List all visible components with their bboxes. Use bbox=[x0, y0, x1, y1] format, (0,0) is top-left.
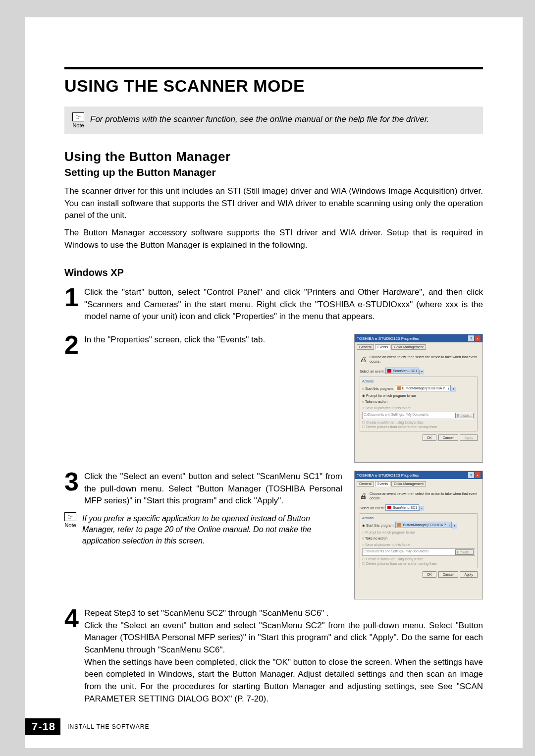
step-number: 3 bbox=[64, 471, 81, 507]
note-box-top: ☞ Note For problems with the scanner fun… bbox=[64, 107, 483, 134]
radio-start-program: ◉ Start this program: ButtonManager(TOSH… bbox=[362, 522, 475, 529]
select-event-dropdown: ScanMenu SC1 bbox=[385, 368, 419, 374]
cancel-button: Cancel bbox=[438, 571, 458, 578]
tab-color-management: Color Management bbox=[391, 344, 426, 350]
dialog-body: 🖨 Choose an event below, then select the… bbox=[357, 488, 481, 581]
ok-button: OK bbox=[423, 571, 436, 578]
properties-dialog-figure-2: TOSHIBA e-STUDIO120 Properties ?× Genera… bbox=[354, 471, 483, 599]
dropdown-glyph-icon bbox=[387, 506, 391, 509]
tab-general: General bbox=[357, 344, 374, 350]
close-icon: × bbox=[475, 335, 481, 341]
actions-group: Actions ◉ Start this program: ButtonMana… bbox=[360, 513, 478, 568]
step-4-text-c: When the settings have been completed, c… bbox=[84, 657, 483, 703]
dialog-tabs: General Events Color Management bbox=[357, 344, 481, 350]
dialog-buttons: OK Cancel Apply bbox=[360, 434, 478, 441]
tab-general: General bbox=[357, 481, 374, 486]
step-number: 4 bbox=[64, 607, 81, 705]
close-icon: × bbox=[475, 472, 481, 478]
note-label: Note bbox=[72, 122, 84, 128]
program-dropdown: ButtonManager(TOSHIBA P...) bbox=[395, 522, 451, 528]
heading-setting-up: Setting up the Button Manager bbox=[64, 166, 483, 178]
dropdown-glyph-icon bbox=[397, 523, 401, 527]
scanner-icon: 🖨 bbox=[360, 355, 367, 364]
dialog-description: Choose an event below, then select the a… bbox=[370, 355, 478, 364]
apply-button: Apply bbox=[460, 571, 478, 578]
hand-point-icon: ☞ bbox=[64, 512, 76, 521]
window-controls: ?× bbox=[468, 472, 481, 478]
step-2-row: 2 In the "Properties" screen, click the … bbox=[64, 334, 483, 463]
step-4: 4 Repeat Step3 to set "ScanMenu SC2" thr… bbox=[64, 607, 483, 705]
window-controls: ?× bbox=[468, 335, 481, 341]
step-4-text-a: Repeat Step3 to set "ScanMenu SC2" throu… bbox=[84, 608, 329, 618]
page-footer: 7-18 INSTALL THE SOFTWARE bbox=[25, 718, 149, 735]
footer-section: INSTALL THE SOFTWARE bbox=[67, 723, 149, 730]
intro-paragraph-1: The scanner driver for this unit include… bbox=[64, 185, 483, 222]
help-icon: ? bbox=[468, 472, 474, 478]
actions-group: Actions ○ Start this program: ButtonMana… bbox=[360, 377, 478, 432]
dropdown-glyph-icon bbox=[387, 369, 391, 373]
note-box-inline: ☞ Note If you prefer a specific applicat… bbox=[64, 512, 342, 546]
step-1-text: Click the "start" button, select "Contro… bbox=[84, 286, 483, 323]
actions-label: Actions bbox=[362, 516, 475, 520]
cancel-button: Cancel bbox=[438, 434, 458, 441]
heading-using-button-manager: Using the Button Manager bbox=[64, 149, 483, 164]
chevron-down-icon: ▾ bbox=[419, 506, 424, 511]
checkbox-delete-after: ☐ Delete pictures from camera after savi… bbox=[362, 561, 475, 566]
title-rule bbox=[64, 67, 483, 69]
chevron-down-icon: ▾ bbox=[419, 370, 424, 375]
checkbox-subfolder: ☐ Create a subfolder using today's date bbox=[362, 420, 475, 425]
dialog-tabs: General Events Color Management bbox=[357, 481, 481, 486]
radio-take-no-action: ○ Take no action bbox=[362, 399, 475, 404]
save-path-input: C:\Documents and Settings\...\My Documen… bbox=[362, 412, 475, 419]
radio-save-all: ○ Save all pictures to this folder: bbox=[362, 542, 475, 547]
apply-button: Apply bbox=[460, 434, 478, 441]
hand-point-icon: ☞ bbox=[72, 112, 84, 121]
tab-events: Events bbox=[375, 344, 390, 350]
radio-take-no-action: ○ Take no action bbox=[362, 536, 475, 540]
step-3: 3 Click the "Select an event" button and… bbox=[64, 471, 342, 507]
dropdown-glyph-icon bbox=[397, 386, 401, 390]
step-2-text: In the "Properties" screen, click the "E… bbox=[84, 334, 342, 356]
step-1: 1 Click the "start" button, select "Cont… bbox=[64, 286, 483, 323]
save-path-input: C:\Documents and Settings\...\My Documen… bbox=[362, 548, 475, 556]
step-number: 2 bbox=[64, 334, 81, 356]
browse-button: Browse... bbox=[455, 549, 474, 555]
scanner-icon: 🖨 bbox=[360, 491, 367, 500]
program-value: ButtonManager(TOSHIBA P...) bbox=[403, 523, 449, 527]
dialog-titlebar: TOSHIBA e-STUDIO120 Properties ?× bbox=[355, 471, 482, 479]
heading-windows-xp: Windows XP bbox=[64, 267, 483, 278]
step-3-text: Click the "Select an event" button and s… bbox=[84, 471, 342, 507]
intro-paragraph-2: The Button Manager accessory software su… bbox=[64, 227, 483, 251]
note-icon-wrap: ☞ Note bbox=[72, 112, 84, 128]
checkbox-subfolder: ☐ Create a subfolder using today's date bbox=[362, 557, 475, 561]
select-event-value: ScanMenu SC1 bbox=[393, 505, 417, 510]
note-icon-wrap: ☞ Note bbox=[64, 512, 76, 528]
chevron-down-icon: ▾ bbox=[452, 524, 457, 529]
step-4-text: Repeat Step3 to set "ScanMenu SC2" throu… bbox=[84, 607, 483, 705]
select-event-label: Select an event: bbox=[360, 370, 384, 373]
select-event-label: Select an event: bbox=[360, 506, 384, 510]
step-number: 1 bbox=[64, 286, 81, 323]
ok-button: OK bbox=[423, 434, 436, 441]
step-3-row: 3 Click the "Select an event" button and… bbox=[64, 471, 483, 599]
tab-events: Events bbox=[375, 481, 390, 486]
page-title: USING THE SCANNER MODE bbox=[64, 76, 483, 96]
radio-prompt: ◉ Prompt for which program to run bbox=[362, 393, 475, 398]
step-4-text-b: Click the "Select an event" button and s… bbox=[84, 621, 483, 654]
browse-button: Browse... bbox=[455, 413, 474, 418]
radio-save-all: ○ Save all pictures to this folder: bbox=[362, 406, 475, 410]
help-icon: ? bbox=[468, 335, 474, 341]
dialog-buttons: OK Cancel Apply bbox=[360, 571, 478, 578]
note-text-top: For problems with the scanner function, … bbox=[90, 112, 429, 125]
content-area: USING THE SCANNER MODE ☞ Note For proble… bbox=[25, 17, 523, 731]
actions-label: Actions bbox=[362, 379, 475, 383]
chevron-down-icon: ▾ bbox=[451, 387, 456, 392]
radio-start-program: ○ Start this program: ButtonManager(TOSH… bbox=[362, 385, 475, 392]
tab-color-management: Color Management bbox=[391, 481, 426, 486]
note-label: Note bbox=[64, 522, 76, 528]
step-2: 2 In the "Properties" screen, click the … bbox=[64, 334, 342, 356]
program-value: ButtonManager(TOSHIBA P...) bbox=[402, 386, 449, 390]
select-event-dropdown: ScanMenu SC1 bbox=[385, 504, 419, 511]
dialog-titlebar: TOSHIBA e-STUDIO120 Properties ?× bbox=[355, 334, 482, 342]
properties-dialog-figure-1: TOSHIBA e-STUDIO120 Properties ?× Genera… bbox=[354, 334, 483, 463]
